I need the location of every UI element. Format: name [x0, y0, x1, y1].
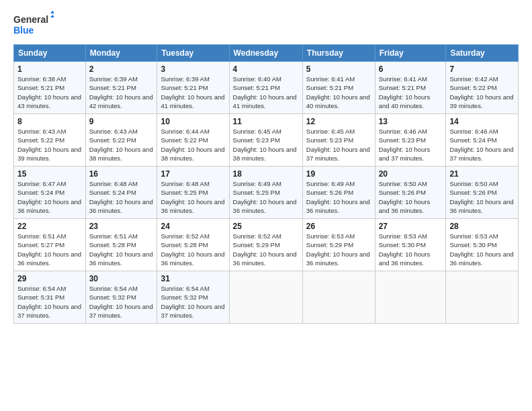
day-info: Sunrise: 6:44 AMSunset: 5:22 PMDaylight:… — [161, 127, 225, 163]
table-row — [375, 271, 446, 324]
day-info: Sunrise: 6:52 AMSunset: 5:29 PMDaylight:… — [233, 232, 299, 267]
day-number: 26 — [306, 222, 371, 231]
day-info: Sunrise: 6:54 AMSunset: 5:32 PMDaylight:… — [161, 284, 225, 320]
day-info: Sunrise: 6:52 AMSunset: 5:28 PMDaylight:… — [161, 232, 225, 267]
day-info: Sunrise: 6:45 AMSunset: 5:23 PMDaylight:… — [306, 127, 371, 163]
day-number: 23 — [89, 222, 154, 231]
day-info: Sunrise: 6:39 AMSunset: 5:21 PMDaylight:… — [89, 75, 154, 110]
day-info: Sunrise: 6:53 AMSunset: 5:30 PMDaylight:… — [379, 232, 443, 267]
week-row-1: 1 Sunrise: 6:38 AMSunset: 5:21 PMDayligh… — [14, 62, 519, 114]
day-info: Sunrise: 6:54 AMSunset: 5:32 PMDaylight:… — [89, 284, 154, 320]
week-row-3: 15 Sunrise: 6:47 AMSunset: 5:24 PMDaylig… — [14, 167, 519, 219]
svg-text:Blue: Blue — [13, 25, 34, 36]
day-header-tuesday: Tuesday — [157, 45, 229, 62]
day-number: 4 — [233, 64, 299, 74]
day-info: Sunrise: 6:47 AMSunset: 5:24 PMDaylight:… — [17, 179, 82, 215]
table-row: 2 Sunrise: 6:39 AMSunset: 5:21 PMDayligh… — [85, 62, 157, 114]
svg-marker-3 — [50, 15, 54, 17]
week-row-5: 29 Sunrise: 6:54 AMSunset: 5:31 PMDaylig… — [14, 271, 519, 324]
day-info: Sunrise: 6:50 AMSunset: 5:26 PMDaylight:… — [449, 179, 515, 215]
day-number: 29 — [17, 274, 82, 283]
table-row: 1 Sunrise: 6:38 AMSunset: 5:21 PMDayligh… — [14, 62, 86, 114]
day-info: Sunrise: 6:49 AMSunset: 5:26 PMDaylight:… — [306, 179, 371, 215]
table-row: 7 Sunrise: 6:42 AMSunset: 5:22 PMDayligh… — [446, 62, 519, 114]
day-number: 2 — [89, 64, 154, 74]
day-info: Sunrise: 6:41 AMSunset: 5:21 PMDaylight:… — [379, 75, 443, 110]
day-header-wednesday: Wednesday — [229, 45, 302, 62]
svg-marker-2 — [50, 11, 54, 13]
day-info: Sunrise: 6:48 AMSunset: 5:25 PMDaylight:… — [161, 179, 225, 215]
table-row: 10 Sunrise: 6:44 AMSunset: 5:22 PMDaylig… — [157, 114, 229, 167]
week-row-4: 22 Sunrise: 6:51 AMSunset: 5:27 PMDaylig… — [14, 219, 519, 271]
table-row: 31 Sunrise: 6:54 AMSunset: 5:32 PMDaylig… — [157, 271, 229, 324]
table-row: 8 Sunrise: 6:43 AMSunset: 5:22 PMDayligh… — [14, 114, 86, 167]
header: General Blue — [13, 11, 519, 38]
table-row: 4 Sunrise: 6:40 AMSunset: 5:21 PMDayligh… — [229, 62, 302, 114]
table-row: 14 Sunrise: 6:46 AMSunset: 5:24 PMDaylig… — [446, 114, 519, 167]
day-info: Sunrise: 6:41 AMSunset: 5:21 PMDaylight:… — [306, 75, 371, 110]
table-row: 27 Sunrise: 6:53 AMSunset: 5:30 PMDaylig… — [375, 219, 446, 271]
table-row: 20 Sunrise: 6:50 AMSunset: 5:26 PMDaylig… — [375, 167, 446, 219]
day-number: 24 — [161, 222, 225, 231]
table-row: 21 Sunrise: 6:50 AMSunset: 5:26 PMDaylig… — [446, 167, 519, 219]
day-number: 20 — [379, 169, 443, 179]
day-number: 9 — [89, 117, 154, 126]
table-row: 11 Sunrise: 6:45 AMSunset: 5:23 PMDaylig… — [229, 114, 302, 167]
day-header-sunday: Sunday — [14, 45, 86, 62]
table-row: 30 Sunrise: 6:54 AMSunset: 5:32 PMDaylig… — [85, 271, 157, 324]
calendar-header: SundayMondayTuesdayWednesdayThursdayFrid… — [14, 45, 519, 62]
day-info: Sunrise: 6:38 AMSunset: 5:21 PMDaylight:… — [17, 75, 82, 110]
table-row: 13 Sunrise: 6:46 AMSunset: 5:23 PMDaylig… — [375, 114, 446, 167]
day-info: Sunrise: 6:46 AMSunset: 5:24 PMDaylight:… — [449, 127, 515, 163]
day-number: 28 — [449, 222, 515, 231]
week-row-2: 8 Sunrise: 6:43 AMSunset: 5:22 PMDayligh… — [14, 114, 519, 167]
table-row — [229, 271, 302, 324]
logo-icon: General Blue — [13, 11, 54, 38]
day-number: 22 — [17, 222, 82, 231]
day-number: 10 — [161, 117, 225, 126]
day-info: Sunrise: 6:39 AMSunset: 5:21 PMDaylight:… — [161, 75, 225, 110]
table-row: 24 Sunrise: 6:52 AMSunset: 5:28 PMDaylig… — [157, 219, 229, 271]
day-header-monday: Monday — [85, 45, 157, 62]
day-number: 30 — [89, 274, 154, 283]
day-number: 19 — [306, 169, 371, 179]
day-header-saturday: Saturday — [446, 45, 519, 62]
day-number: 3 — [161, 64, 225, 74]
calendar: SundayMondayTuesdayWednesdayThursdayFrid… — [13, 44, 519, 324]
day-info: Sunrise: 6:50 AMSunset: 5:26 PMDaylight:… — [379, 179, 443, 215]
day-number: 25 — [233, 222, 299, 231]
table-row: 12 Sunrise: 6:45 AMSunset: 5:23 PMDaylig… — [302, 114, 375, 167]
day-info: Sunrise: 6:45 AMSunset: 5:23 PMDaylight:… — [233, 127, 299, 163]
day-number: 18 — [233, 169, 299, 179]
day-info: Sunrise: 6:49 AMSunset: 5:25 PMDaylight:… — [233, 179, 299, 215]
table-row: 29 Sunrise: 6:54 AMSunset: 5:31 PMDaylig… — [14, 271, 86, 324]
day-number: 17 — [161, 169, 225, 179]
day-number: 15 — [17, 169, 82, 179]
table-row: 26 Sunrise: 6:53 AMSunset: 5:29 PMDaylig… — [302, 219, 375, 271]
table-row: 15 Sunrise: 6:47 AMSunset: 5:24 PMDaylig… — [14, 167, 86, 219]
day-info: Sunrise: 6:53 AMSunset: 5:29 PMDaylight:… — [306, 232, 371, 267]
table-row: 17 Sunrise: 6:48 AMSunset: 5:25 PMDaylig… — [157, 167, 229, 219]
table-row: 5 Sunrise: 6:41 AMSunset: 5:21 PMDayligh… — [302, 62, 375, 114]
day-info: Sunrise: 6:43 AMSunset: 5:22 PMDaylight:… — [89, 127, 154, 163]
day-header-friday: Friday — [375, 45, 446, 62]
day-info: Sunrise: 6:51 AMSunset: 5:28 PMDaylight:… — [89, 232, 154, 267]
table-row: 3 Sunrise: 6:39 AMSunset: 5:21 PMDayligh… — [157, 62, 229, 114]
day-number: 27 — [379, 222, 443, 231]
svg-text:General: General — [13, 14, 48, 25]
day-info: Sunrise: 6:53 AMSunset: 5:30 PMDaylight:… — [449, 232, 515, 267]
table-row — [302, 271, 375, 324]
day-info: Sunrise: 6:48 AMSunset: 5:24 PMDaylight:… — [89, 179, 154, 215]
day-number: 21 — [449, 169, 515, 179]
day-number: 16 — [89, 169, 154, 179]
day-number: 12 — [306, 117, 371, 126]
table-row — [446, 271, 519, 324]
table-row: 19 Sunrise: 6:49 AMSunset: 5:26 PMDaylig… — [302, 167, 375, 219]
table-row: 23 Sunrise: 6:51 AMSunset: 5:28 PMDaylig… — [85, 219, 157, 271]
day-info: Sunrise: 6:51 AMSunset: 5:27 PMDaylight:… — [17, 232, 82, 267]
day-number: 11 — [233, 117, 299, 126]
table-row: 25 Sunrise: 6:52 AMSunset: 5:29 PMDaylig… — [229, 219, 302, 271]
day-number: 7 — [449, 64, 515, 74]
logo: General Blue — [13, 11, 54, 38]
day-number: 13 — [379, 117, 443, 126]
